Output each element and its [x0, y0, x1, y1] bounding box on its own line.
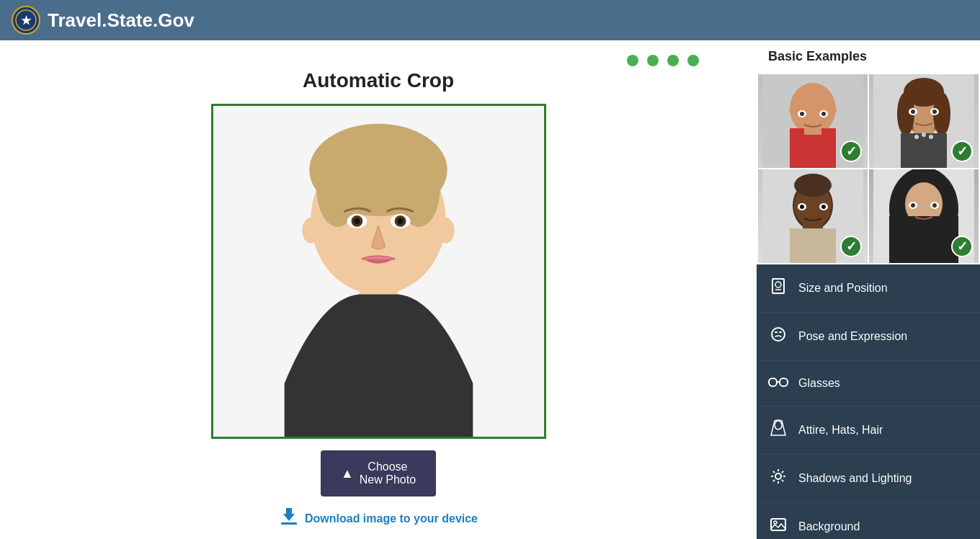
svg-point-61: [932, 203, 937, 208]
svg-point-65: [772, 328, 785, 341]
sidebar-menu: Size and Position Pose and Expression: [757, 264, 980, 539]
photo-frame: [211, 104, 546, 439]
svg-line-79: [773, 471, 775, 473]
background-label: Background: [798, 520, 860, 533]
svg-point-51: [821, 205, 826, 209]
check-badge-1: ✓: [840, 141, 862, 162]
progress-dot-2: [647, 55, 659, 66]
svg-point-12: [354, 218, 360, 224]
example-photo-1: ✓: [758, 74, 868, 168]
svg-point-73: [775, 421, 782, 429]
progress-dot-1: [627, 55, 638, 66]
glasses-label: Glasses: [798, 377, 840, 390]
download-label: Download image to your device: [305, 512, 478, 525]
attire-icon: [768, 419, 788, 441]
svg-rect-62: [772, 279, 784, 293]
sidebar-item-attire[interactable]: Attire, Hats, Hair: [757, 406, 980, 455]
svg-point-41: [922, 133, 926, 137]
download-icon: [279, 507, 299, 531]
svg-point-25: [800, 112, 804, 116]
svg-point-15: [397, 218, 403, 224]
download-arrow-icon: [279, 507, 299, 527]
svg-point-63: [775, 282, 781, 288]
svg-marker-19: [283, 508, 295, 521]
size-position-icon: [768, 277, 788, 299]
svg-rect-28: [804, 128, 821, 135]
header: ★ Travel.State.Gov: [0, 0, 980, 40]
sidebar-item-background[interactable]: Background: [757, 503, 980, 539]
passport-photo-svg: [213, 106, 544, 437]
svg-point-23: [789, 102, 837, 119]
svg-point-47: [794, 174, 832, 197]
svg-point-36: [911, 110, 915, 114]
progress-dots: [14, 55, 742, 66]
progress-dot-4: [687, 55, 699, 66]
choose-new-photo-button[interactable]: ▲ ChooseNew Photo: [321, 450, 436, 496]
example-photo-3: ✓: [758, 169, 868, 263]
pose-expression-icon: [768, 326, 788, 347]
svg-rect-9: [284, 383, 473, 437]
svg-rect-83: [771, 519, 785, 530]
svg-point-43: [929, 135, 933, 139]
attire-label: Attire, Hats, Hair: [798, 424, 883, 437]
svg-point-42: [914, 135, 919, 139]
progress-dot-3: [667, 55, 679, 66]
sidebar-item-pose-expression[interactable]: Pose and Expression: [757, 313, 980, 361]
svg-point-49: [800, 205, 804, 209]
sidebar-item-glasses[interactable]: Glasses: [757, 361, 980, 406]
svg-point-17: [437, 218, 454, 244]
svg-rect-69: [780, 378, 788, 386]
svg-rect-18: [281, 522, 297, 525]
check-badge-3: ✓: [840, 236, 862, 257]
check-badge-2: ✓: [951, 141, 973, 162]
shadows-icon: [768, 468, 788, 489]
background-icon: [768, 516, 788, 538]
svg-point-27: [821, 112, 826, 116]
svg-rect-57: [889, 216, 958, 263]
svg-rect-40: [901, 133, 947, 168]
upload-icon: ▲: [341, 466, 354, 481]
svg-point-59: [911, 203, 915, 208]
svg-rect-53: [790, 228, 836, 263]
svg-line-81: [782, 471, 783, 473]
svg-rect-52: [803, 221, 823, 228]
glasses-icon: [768, 374, 788, 393]
page-title: Automatic Crop: [303, 69, 454, 92]
sidebar-item-size-position[interactable]: Size and Position: [757, 264, 980, 313]
center-area: Automatic Crop: [0, 40, 757, 539]
logo-icon: ★: [12, 6, 40, 35]
choose-btn-label: ChooseNew Photo: [360, 460, 416, 486]
sidebar: Basic Examples ✓: [757, 40, 980, 539]
svg-point-84: [774, 521, 777, 524]
examples-grid: ✓: [757, 73, 980, 264]
svg-text:★: ★: [21, 14, 32, 27]
shadows-label: Shadows and Lighting: [798, 472, 912, 485]
check-badge-4: ✓: [951, 236, 973, 257]
svg-rect-39: [914, 126, 934, 133]
example-photo-4: ✓: [869, 169, 979, 263]
sidebar-header: Basic Examples: [757, 40, 980, 73]
svg-point-16: [302, 218, 319, 244]
site-title: Travel.State.Gov: [48, 9, 195, 32]
svg-rect-68: [769, 378, 777, 386]
example-photo-2: ✓: [869, 74, 979, 168]
sidebar-item-shadows[interactable]: Shadows and Lighting: [757, 455, 980, 503]
main-content: Automatic Crop: [0, 40, 980, 539]
svg-point-38: [932, 110, 937, 114]
size-position-label: Size and Position: [798, 282, 888, 295]
svg-point-34: [904, 78, 944, 107]
download-link[interactable]: Download image to your device: [279, 507, 478, 531]
pose-expression-label: Pose and Expression: [798, 330, 907, 343]
svg-line-82: [773, 480, 775, 481]
svg-point-74: [775, 473, 781, 479]
svg-line-80: [782, 480, 783, 481]
